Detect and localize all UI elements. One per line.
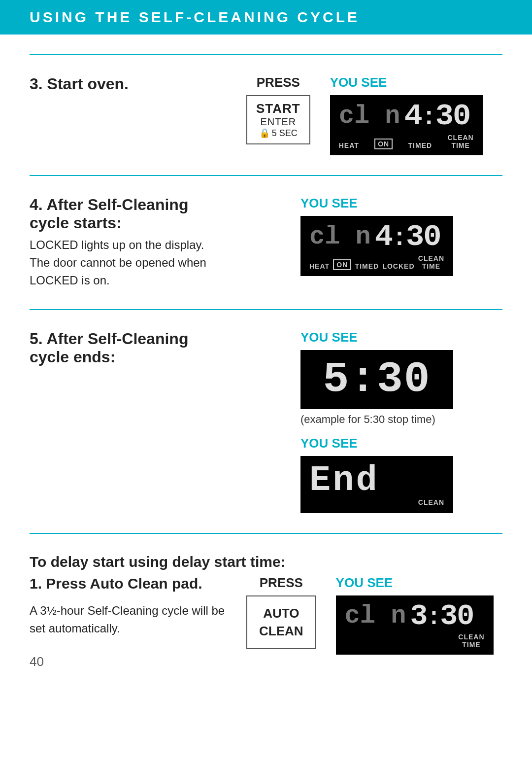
step4-display: cl n 4:30 HEAT ON TIMED LOCKED CLEAN TIM… (300, 216, 453, 276)
step4-title: 4. After Self-Cleaning cycle starts: (30, 196, 227, 232)
step5-you-see-label2: YOU SEE (300, 436, 358, 451)
header-title: USING THE SELF-CLEANING CYCLE (30, 9, 360, 25)
delay-display: cl n 3:30 CLEAN TIME (336, 595, 494, 655)
step4-body: LOCKED lights up on the display. The doo… (30, 236, 227, 289)
step4-section: 4. After Self-Cleaning cycle starts: LOC… (30, 176, 502, 310)
start-label: START (256, 101, 300, 116)
step5-section: 5. After Self-Cleaning cycle ends: YOU S… (30, 310, 502, 533)
timed-label: TIMED (408, 141, 432, 149)
delay-left: 1. Press Auto Clean pad. A 3½-hour Self-… (30, 575, 246, 637)
step3-left: 3. Start oven. (30, 75, 246, 97)
step3-display-main: cl n 4:30 (339, 101, 474, 132)
on-label4: ON (333, 259, 351, 270)
delay-body: A 3½-hour Self-Cleaning cycle will be se… (30, 602, 227, 637)
heat-label4: HEAT (309, 262, 330, 270)
step3-time: 4:30 (404, 101, 470, 132)
page-number: 40 (30, 654, 44, 669)
header-banner: USING THE SELF-CLEANING CYCLE (0, 0, 532, 35)
step3-section: 3. Start oven. PRESS START ENTER 🔒 5 SEC… (30, 55, 502, 176)
lock-icon: 🔒 (259, 128, 270, 139)
step3-cln: cl n (339, 104, 400, 129)
on-label: ON (374, 139, 393, 149)
delay-time: 3:30 (410, 601, 473, 631)
step3-press-label: PRESS (257, 75, 300, 90)
delay-press-col: PRESS AUTO CLEAN (246, 575, 316, 649)
heat-label: HEAT (339, 141, 359, 149)
step5-end-text: End (309, 463, 444, 498)
delay-display-labels: CLEAN TIME (345, 631, 485, 649)
step5-end-bottom: CLEAN (309, 498, 444, 506)
step3-press-col: PRESS START ENTER 🔒 5 SEC (246, 75, 310, 144)
clean-label5: CLEAN (418, 498, 444, 506)
step3-display-labels: HEAT ON TIMED CLEAN TIME (339, 132, 474, 149)
delay-body-row: 1. Press Auto Clean pad. A 3½-hour Self-… (30, 575, 502, 655)
step4-display-main: cl n 4:30 (309, 222, 444, 252)
delay-cln: cl n (345, 603, 406, 629)
step3-display: cl n 4:30 HEAT ON TIMED CLEAN TIME (330, 95, 483, 155)
step4-time: 4:30 (375, 222, 441, 252)
clean-time-label4: CLEAN TIME (418, 254, 444, 270)
step5-display-time: 5:30 (300, 350, 453, 409)
delay-time-label: TIME (462, 641, 480, 649)
delay-press-label: PRESS (260, 575, 303, 591)
locked-label4: LOCKED (382, 262, 414, 270)
delay-you-see-col: YOU SEE cl n 3:30 CLEAN TIME (336, 575, 494, 655)
clean-time-label: CLEAN TIME (448, 134, 474, 149)
step3-you-see-label: YOU SEE (330, 75, 387, 90)
step3-title: 3. Start oven. (30, 75, 227, 93)
clean-label: CLEAN (448, 134, 474, 141)
delay-clean-time-label: CLEAN TIME (458, 633, 484, 649)
lock-label: 🔒 5 SEC (256, 128, 300, 139)
step3-you-see-col: YOU SEE cl n 4:30 HEAT ON TIMED CLEAN TI… (330, 75, 483, 155)
delay-display-main: cl n 3:30 (345, 601, 485, 631)
delay-subtitle: 1. Press Auto Clean pad. (30, 575, 227, 592)
time-label4: TIME (422, 262, 440, 270)
sec-label: 5 SEC (272, 128, 298, 139)
delay-you-see-label: YOU SEE (336, 575, 393, 591)
step5-right: YOU SEE 5:30 (example for 5:30 stop time… (246, 330, 502, 513)
step4-you-see-col: YOU SEE cl n 4:30 HEAT ON TIMED LOCKED C… (300, 196, 453, 276)
clean-label4: CLEAN (418, 254, 444, 262)
step3-start-button: START ENTER 🔒 5 SEC (246, 95, 310, 144)
step5-display-end: End CLEAN (300, 456, 453, 513)
step4-cln: cl n (309, 224, 371, 250)
step5-caption: (example for 5:30 stop time) (300, 413, 435, 426)
step4-display-labels: HEAT ON TIMED LOCKED CLEAN TIME (309, 252, 444, 270)
step4-right: YOU SEE cl n 4:30 HEAT ON TIMED LOCKED C… (246, 196, 502, 276)
step5-title: 5. After Self-Cleaning cycle ends: (30, 330, 227, 366)
delay-right: PRESS AUTO CLEAN YOU SEE cl n 3:30 (246, 575, 502, 655)
enter-label: ENTER (256, 116, 300, 128)
step4-you-see-label: YOU SEE (300, 196, 358, 211)
delay-clean-label: CLEAN (458, 633, 484, 641)
step3-right: PRESS START ENTER 🔒 5 SEC YOU SEE cl n 4… (246, 75, 502, 155)
step5-left: 5. After Self-Cleaning cycle ends: (30, 330, 246, 370)
step5-time: 5:30 (323, 358, 431, 401)
step4-left: 4. After Self-Cleaning cycle starts: LOC… (30, 196, 246, 289)
auto-label: AUTO (259, 604, 303, 622)
clean-btn-label: CLEAN (259, 622, 303, 640)
step5-you-see-label1: YOU SEE (300, 330, 358, 345)
delay-title: To delay start using delay start time: (30, 554, 502, 570)
delay-section: To delay start using delay start time: 1… (30, 534, 502, 655)
timed-label4: TIMED (355, 262, 379, 270)
time-label: TIME (451, 141, 469, 149)
auto-clean-button: AUTO CLEAN (246, 595, 316, 649)
